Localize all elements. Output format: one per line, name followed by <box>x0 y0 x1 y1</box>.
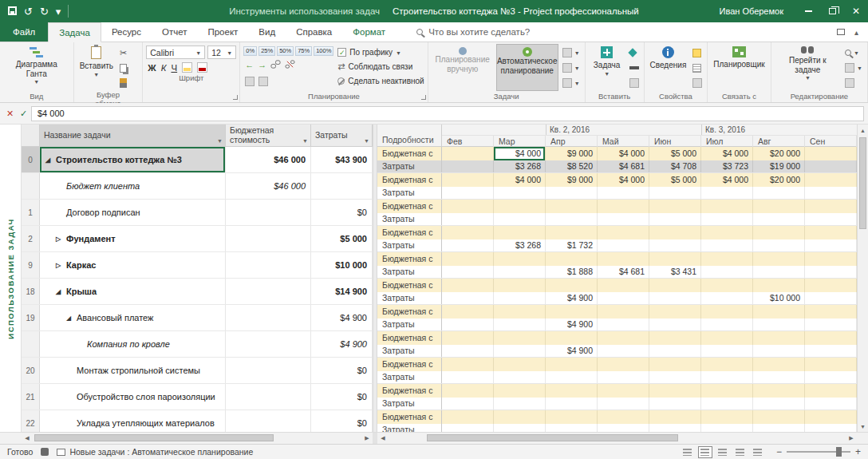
detail-label-cell[interactable]: Затраты <box>377 345 442 358</box>
add-to-timeline-button[interactable] <box>691 77 704 89</box>
tab-format[interactable]: Формат <box>342 22 396 42</box>
grid-cell[interactable] <box>598 358 649 371</box>
grid-cell[interactable] <box>701 200 753 213</box>
grid-cell[interactable] <box>546 331 598 345</box>
grid-cell[interactable] <box>442 200 494 213</box>
row-id-cell[interactable]: 1 <box>22 200 40 225</box>
percent-25-button[interactable]: 25% <box>258 46 275 56</box>
budget-cost-cell[interactable] <box>226 279 311 304</box>
task-information-button[interactable]: Сведения <box>648 44 689 91</box>
zoom-slider-thumb[interactable] <box>836 447 842 457</box>
report-view-button[interactable] <box>751 446 765 458</box>
budget-cost-cell[interactable] <box>226 384 311 410</box>
grid-cell[interactable] <box>701 226 753 239</box>
task-details-button[interactable] <box>691 61 704 74</box>
detail-label-cell[interactable]: Бюджетная с <box>377 226 442 239</box>
detail-label-cell[interactable]: Бюджетная с <box>377 358 442 371</box>
task-name-cell[interactable]: Обустройство слоя пароизоляции <box>40 384 226 410</box>
grid-cell[interactable]: $4 900 <box>546 345 598 358</box>
cost-cell[interactable]: $0 <box>311 410 373 432</box>
task-usage-view-button[interactable] <box>698 446 712 458</box>
grid-cell[interactable] <box>598 331 649 345</box>
grid-cell[interactable] <box>494 319 546 331</box>
grid-cell[interactable] <box>701 305 753 319</box>
grid-cell[interactable]: $1 732 <box>546 239 598 252</box>
grid-cell[interactable]: $4 900 <box>546 292 598 305</box>
grid-cell[interactable] <box>598 292 649 305</box>
grid-cell[interactable] <box>494 266 546 279</box>
grid-cell[interactable] <box>442 371 494 384</box>
grid-cell[interactable] <box>805 147 857 160</box>
detail-label-cell[interactable]: Затраты <box>377 319 442 331</box>
horizontal-scroll-thumb[interactable] <box>427 434 678 441</box>
tab-resource[interactable]: Ресурс <box>101 22 152 42</box>
grid-cell[interactable]: $8 520 <box>546 160 598 173</box>
task-name-cell[interactable]: ▷Каркас <box>40 252 226 278</box>
grid-cell[interactable] <box>805 398 857 410</box>
grid-cell[interactable] <box>753 398 805 410</box>
grid-cell[interactable]: $4 000 <box>598 173 649 187</box>
grid-cell[interactable] <box>649 252 701 266</box>
month-header[interactable]: Авг <box>753 136 805 147</box>
expand-icon[interactable]: ◢ <box>45 156 56 164</box>
grid-cell[interactable] <box>442 410 494 424</box>
insert-deliverable-button[interactable] <box>628 77 641 89</box>
column-header-cost[interactable]: Затраты ▼ <box>311 125 373 146</box>
grid-cell[interactable] <box>546 358 598 371</box>
grid-cell[interactable] <box>649 358 701 371</box>
confirm-entry-icon[interactable]: ✓ <box>18 109 30 119</box>
font-color-button[interactable] <box>197 62 207 73</box>
month-header[interactable]: Июл <box>701 136 753 147</box>
grid-cell[interactable] <box>442 279 494 292</box>
grid-cell[interactable] <box>805 213 857 226</box>
detail-label-cell[interactable]: Затраты <box>377 398 442 410</box>
budget-cost-cell[interactable] <box>226 331 311 357</box>
grid-cell[interactable] <box>442 292 494 305</box>
grid-cell[interactable] <box>598 200 649 213</box>
cost-cell[interactable]: $4 900 <box>311 331 373 357</box>
active-grid-cell[interactable]: $4 000 <box>494 147 546 160</box>
grid-cell[interactable] <box>649 279 701 292</box>
grid-cell[interactable]: $3 268 <box>494 160 546 173</box>
grid-cell[interactable] <box>701 358 753 371</box>
indent-task-icon[interactable]: → <box>258 61 266 69</box>
grid-cell[interactable] <box>598 371 649 384</box>
ribbon-display-options-icon[interactable] <box>837 29 845 35</box>
task-name-cell[interactable]: ▷Фундамент <box>40 226 226 251</box>
grid-cell[interactable] <box>442 424 494 433</box>
grid-cell[interactable] <box>753 358 805 371</box>
grid-cell[interactable] <box>442 226 494 239</box>
grid-cell[interactable]: $3 268 <box>494 239 546 252</box>
grid-cell[interactable] <box>649 345 701 358</box>
fill-button[interactable] <box>843 77 864 89</box>
grid-cell[interactable] <box>546 398 598 410</box>
cut-button[interactable]: ✂ <box>118 46 128 59</box>
cancel-entry-icon[interactable]: ✕ <box>4 109 16 119</box>
grid-cell[interactable] <box>598 424 649 433</box>
grid-cell[interactable] <box>494 371 546 384</box>
row-id-cell[interactable] <box>22 331 40 357</box>
grid-cell[interactable] <box>649 424 701 433</box>
detail-label-cell[interactable]: Бюджетная с <box>377 331 442 345</box>
grid-cell[interactable] <box>598 213 649 226</box>
detail-label-cell[interactable]: Затраты <box>377 213 442 226</box>
grid-cell[interactable] <box>753 319 805 331</box>
cost-cell[interactable]: $0 <box>311 200 373 225</box>
vertical-scroll-thumb[interactable] <box>859 137 866 229</box>
detail-label-cell[interactable]: Затраты <box>377 371 442 384</box>
row-id-cell[interactable] <box>22 173 40 199</box>
row-id-cell[interactable]: 0 <box>22 147 40 172</box>
grid-cell[interactable] <box>805 345 857 358</box>
grid-cell[interactable] <box>494 213 546 226</box>
grid-cell[interactable]: $10 000 <box>753 292 805 305</box>
font-family-select[interactable]: Calibri▼ <box>146 46 205 59</box>
grid-cell[interactable] <box>649 239 701 252</box>
grid-cell[interactable] <box>546 305 598 319</box>
grid-cell[interactable]: $5 000 <box>649 147 701 160</box>
detail-label-cell[interactable]: Бюджетная с <box>377 173 442 187</box>
grid-cell[interactable] <box>442 319 494 331</box>
restore-button[interactable] <box>820 0 844 22</box>
insert-task-button[interactable]: Задача ▼ <box>589 44 625 91</box>
grid-cell[interactable] <box>598 410 649 424</box>
grid-cell[interactable] <box>701 266 753 279</box>
